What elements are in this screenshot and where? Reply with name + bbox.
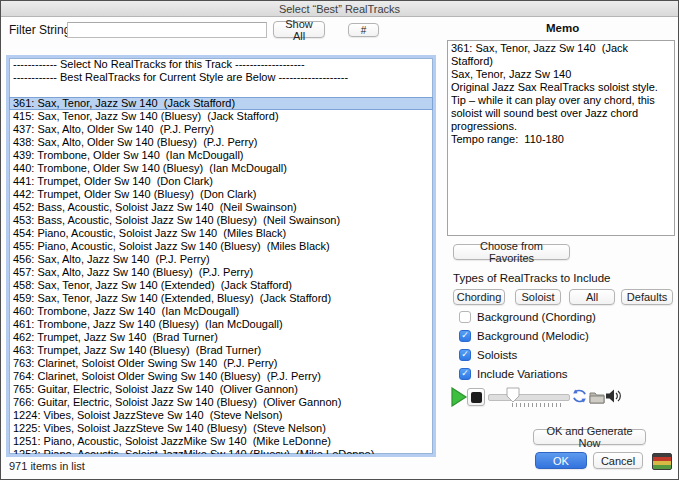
list-item[interactable]: 766: Guitar, Electric, Soloist Jazz Sw 1… — [9, 396, 433, 409]
memo-label: Memo — [546, 22, 579, 34]
list-item[interactable]: 442: Trumpet, Older Sw 140 (Bluesy) (Don… — [9, 188, 433, 201]
list-item[interactable]: 1224: Vibes, Soloist JazzSteve Sw 140 (S… — [9, 409, 433, 422]
list-separator-item[interactable]: ------------ Select No RealTracks for th… — [9, 58, 433, 71]
list-item[interactable]: 462: Trumpet, Jazz Sw 140 (Brad Turner) — [9, 331, 433, 344]
slider-ticks — [512, 403, 564, 407]
list-item[interactable]: 463: Trumpet, Jazz Sw 140 (Bluesy) (Brad… — [9, 344, 433, 357]
items-count-status: 971 items in list — [9, 460, 85, 472]
show-all-button[interactable]: Show All — [273, 21, 325, 38]
list-item[interactable]: 456: Sax, Alto, Jazz Sw 140 (P.J. Perry) — [9, 253, 433, 266]
checkbox-label: Soloists — [477, 349, 517, 361]
checkbox-row[interactable]: Background (Chording) — [459, 310, 596, 323]
loop-icon — [571, 388, 588, 404]
dialog-title: Select “Best” RealTracks — [279, 3, 400, 15]
list-item[interactable]: 415: Sax, Tenor, Jazz Sw 140 (Bluesy) (J… — [9, 110, 433, 123]
hash-filter-button[interactable]: # — [348, 23, 379, 37]
unchecked-checkbox-icon[interactable] — [459, 311, 471, 323]
checkbox-label: Background (Chording) — [477, 311, 596, 323]
stop-icon — [471, 392, 482, 403]
types-label: Types of RealTracks to Include — [453, 272, 610, 284]
list-item[interactable]: 461: Trombone, Jazz Sw 140 (Bluesy) (Ian… — [9, 318, 433, 331]
list-item[interactable]: 1225: Vibes, Soloist JazzSteve Sw 140 (B… — [9, 422, 433, 435]
ok-button[interactable]: OK — [535, 452, 587, 469]
list-item[interactable]: 438: Sax, Alto, Older Sw 140 (Bluesy) (P… — [9, 136, 433, 149]
audio-settings-button[interactable] — [605, 387, 623, 405]
filter-string-label: Filter String — [9, 23, 70, 37]
list-item[interactable]: 454: Piano, Acoustic, Soloist Jazz Sw 14… — [9, 227, 433, 240]
slider-thumb[interactable] — [506, 387, 520, 403]
choose-from-favorites-button[interactable]: Choose from Favorites — [453, 244, 570, 260]
checkbox-row[interactable]: ✓Background (Melodic) — [459, 329, 589, 342]
biab-keyboard-icon[interactable] — [652, 453, 672, 470]
checked-checkbox-icon[interactable]: ✓ — [459, 349, 471, 361]
list-item[interactable]: 361: Sax, Tenor, Jazz Sw 140 (Jack Staff… — [9, 97, 433, 110]
checkbox-row[interactable]: ✓Include Variations — [459, 367, 568, 380]
filter-string-input[interactable] — [67, 22, 267, 38]
list-item[interactable]: 440: Trombone, Older Sw 140 (Bluesy) (Ia… — [9, 162, 433, 175]
checkbox-label: Background (Melodic) — [477, 330, 589, 342]
list-item[interactable]: 453: Bass, Acoustic, Soloist Jazz Sw 140… — [9, 214, 433, 227]
best-realtracks-dialog: Select “Best” RealTracks Filter String S… — [0, 0, 679, 480]
ok-generate-button[interactable]: OK and Generate Now — [533, 429, 646, 445]
open-file-button[interactable] — [589, 390, 605, 404]
realtracks-list[interactable]: ------------ Select No RealTracks for th… — [6, 55, 436, 457]
play-button[interactable] — [450, 387, 468, 407]
list-item[interactable]: 459: Sax, Tenor, Jazz Sw 140 (Extended, … — [9, 292, 433, 305]
list-item[interactable]: 764: Clarinet, Soloist Older Swing Sw 14… — [9, 370, 433, 383]
chording-button[interactable]: Chording — [453, 289, 505, 305]
memo-text[interactable]: 361: Sax, Tenor, Jazz Sw 140 (Jack Staff… — [447, 40, 675, 236]
volume-slider[interactable] — [488, 394, 570, 401]
list-item[interactable]: 441: Trumpet, Older Sw 140 (Don Clark) — [9, 175, 433, 188]
stop-button[interactable] — [467, 388, 485, 406]
folder-icon — [589, 390, 605, 404]
list-item[interactable]: 437: Sax, Alto, Older Sw 140 (P.J. Perry… — [9, 123, 433, 136]
defaults-button[interactable]: Defaults — [621, 289, 673, 305]
list-item[interactable]: 1251: Piano, Acoustic, Soloist JazzMike … — [9, 435, 433, 448]
list-item[interactable]: 455: Piano, Acoustic, Soloist Jazz Sw 14… — [9, 240, 433, 253]
list-item[interactable]: 457: Sax, Alto, Jazz Sw 140 (Bluesy) (P.… — [9, 266, 433, 279]
list-item[interactable]: 1252: Piano, Acoustic, Soloist JazzMike … — [9, 448, 433, 457]
list-item[interactable]: 460: Trombone, Jazz Sw 140 (Ian McDougal… — [9, 305, 433, 318]
list-item[interactable]: 452: Bass, Acoustic, Soloist Jazz Sw 140… — [9, 201, 433, 214]
list-item[interactable]: 458: Sax, Tenor, Jazz Sw 140 (Extended) … — [9, 279, 433, 292]
list-blank-row — [9, 84, 433, 97]
loop-button[interactable] — [571, 388, 588, 404]
soloist-button[interactable]: Soloist — [515, 289, 561, 305]
cancel-button[interactable]: Cancel — [593, 452, 643, 469]
checked-checkbox-icon[interactable]: ✓ — [459, 368, 471, 380]
list-item[interactable]: 439: Trombone, Older Sw 140 (Ian McDouga… — [9, 149, 433, 162]
title-bar: Select “Best” RealTracks — [1, 1, 678, 17]
checked-checkbox-icon[interactable]: ✓ — [459, 330, 471, 342]
checkbox-row[interactable]: ✓Soloists — [459, 348, 517, 361]
list-item[interactable]: 765: Guitar, Electric, Soloist Jazz Sw 1… — [9, 383, 433, 396]
list-item[interactable]: 763: Clarinet, Soloist Older Swing Sw 14… — [9, 357, 433, 370]
all-button[interactable]: All — [569, 289, 615, 305]
play-icon — [450, 387, 468, 407]
checkbox-label: Include Variations — [477, 368, 568, 380]
list-separator-item[interactable]: ------------ Best RealTracks for Current… — [9, 71, 433, 84]
speaker-icon — [605, 387, 623, 405]
